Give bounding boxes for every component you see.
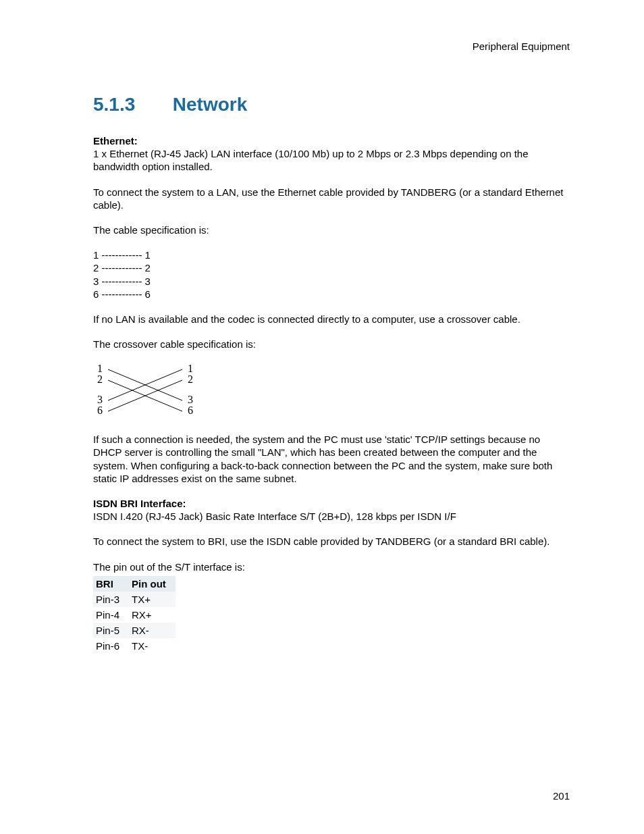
spec-line: 2 ------------ 2: [93, 261, 570, 274]
isdn-connect: To connect the system to BRI, use the IS…: [93, 535, 570, 548]
ethernet-desc: 1 x Ethernet (RJ-45 Jack) LAN interface …: [93, 148, 529, 172]
ethernet-block: Ethernet: 1 x Ethernet (RJ-45 Jack) LAN …: [93, 134, 570, 174]
th-pinout: Pin out: [129, 576, 176, 592]
pinout-intro: The pin out of the S/T interface is:: [93, 561, 570, 573]
isdn-desc: ISDN I.420 (RJ-45 Jack) Basic Rate Inter…: [93, 511, 456, 522]
cross-left-2: 2: [97, 373, 103, 385]
isdn-block: ISDN BRI Interface: ISDN I.420 (RJ-45 Ja…: [93, 497, 570, 523]
section-title: Network: [173, 94, 247, 115]
cell: Pin-4: [93, 607, 129, 623]
table-header-row: BRI Pin out: [93, 576, 176, 592]
straight-cable-spec: 1 ------------ 1 2 ------------ 2 3 ----…: [93, 249, 570, 301]
isdn-label: ISDN BRI Interface:: [93, 498, 186, 509]
page: Peripheral Equipment 5.1.3 Network Ether…: [0, 0, 644, 834]
section-heading: 5.1.3 Network: [93, 94, 570, 115]
cell: Pin-5: [93, 623, 129, 638]
cross-left-1: 1: [97, 363, 103, 374]
spec-line: 6 ------------ 6: [93, 288, 570, 301]
spec-line: 1 ------------ 1: [93, 249, 570, 261]
cell: Pin-6: [93, 638, 129, 654]
table-row: Pin-5 RX-: [93, 623, 176, 638]
cross-right-2: 2: [188, 373, 193, 385]
table-row: Pin-3 TX+: [93, 592, 176, 607]
cross-left-6: 6: [97, 405, 103, 416]
pinout-table: BRI Pin out Pin-3 TX+ Pin-4 RX+ Pin-5 RX…: [93, 576, 176, 654]
cross-left-3: 3: [97, 394, 103, 405]
crossover-diagram: 1 2 3 6 1 2 3 6: [93, 363, 570, 421]
table-row: Pin-6 TX-: [93, 638, 176, 654]
spec-line: 3 ------------ 3: [93, 275, 570, 288]
ethernet-connect: To connect the system to a LAN, use the …: [93, 186, 570, 211]
crossover-intro: The crossover cable specification is:: [93, 338, 570, 350]
th-bri: BRI: [93, 576, 129, 592]
cross-right-3: 3: [188, 394, 193, 405]
cell: TX+: [129, 592, 176, 607]
cable-spec-intro: The cable specification is:: [93, 224, 570, 236]
cross-right-1: 1: [188, 363, 193, 374]
ethernet-label: Ethernet:: [93, 135, 138, 147]
cell: TX-: [129, 638, 176, 654]
static-ip-note: If such a connection is needed, the syst…: [93, 433, 570, 485]
table-row: Pin-4 RX+: [93, 607, 176, 623]
cross-right-6: 6: [188, 405, 193, 416]
cell: RX-: [129, 623, 176, 638]
cell: Pin-3: [93, 592, 129, 607]
section-number: 5.1.3: [93, 94, 167, 115]
cell: RX+: [129, 607, 176, 623]
page-number: 201: [553, 790, 570, 802]
crossover-note: If no LAN is available and the codec is …: [93, 313, 570, 325]
header-category: Peripheral Equipment: [93, 41, 570, 52]
